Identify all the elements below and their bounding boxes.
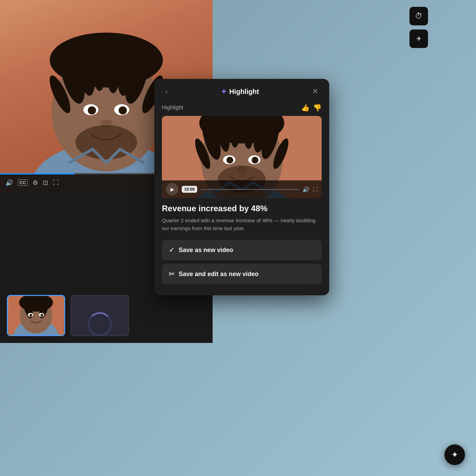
modal-video-preview: ▶ 10:00 🔊 ⛶ [162, 116, 322, 198]
sparkle-fab-button[interactable]: ✦ [444, 444, 465, 465]
send-icon: ✈ [416, 35, 421, 43]
save-edit-btn-label: Save and edit as new video [179, 271, 259, 278]
modal-title-container: ✦ Highlight [221, 87, 259, 96]
settings-control-icon[interactable]: ⚙ [33, 179, 38, 187]
right-toolbar: ⏱ ✈ [409, 7, 428, 48]
play-button[interactable]: ▶ [166, 183, 178, 195]
close-button[interactable]: ✕ [309, 86, 321, 97]
volume-control-icon[interactable]: 🔊 [5, 179, 13, 187]
save-as-new-video-button[interactable]: ✓ Save as new video [162, 240, 322, 260]
thumbdown-button[interactable]: 👎 [313, 104, 322, 112]
feedback-buttons: 👍 👎 [301, 104, 322, 112]
modal-title: Highlight [229, 88, 259, 96]
save-btn-label: Save as new video [179, 247, 233, 254]
sparkle-title-icon: ✦ [221, 87, 227, 96]
back-button[interactable]: ‹ [163, 86, 170, 97]
scissors-icon: ✂ [169, 270, 175, 278]
timeline-thumbnails [7, 295, 129, 336]
thumbnail-2[interactable] [71, 295, 129, 336]
thumb-person-svg [8, 296, 64, 335]
svg-point-14 [88, 106, 96, 115]
revenue-description: Quarter 2 ended with a revenue increase … [162, 217, 322, 232]
revenue-title: Revenue increased by 48% [162, 204, 322, 213]
thumbup-button[interactable]: 👍 [301, 104, 310, 112]
save-and-edit-button[interactable]: ✂ Save and edit as new video [162, 264, 322, 284]
captions-control-icon[interactable]: CC [18, 179, 28, 186]
highlight-label-row: Highlight 👍 👎 [162, 104, 322, 112]
history-icon-btn[interactable]: ⏱ [409, 7, 428, 25]
modal-volume-icon[interactable]: 🔊 [302, 186, 309, 193]
timestamp-badge: 10:00 [182, 186, 197, 193]
fullscreen-control-icon[interactable]: ⛶ [53, 179, 59, 186]
loading-indicator [88, 312, 112, 336]
highlight-section-label: Highlight [162, 105, 183, 111]
modal-video-controls: ▶ 10:00 🔊 ⛶ [162, 180, 322, 198]
modal-body: Highlight 👍 👎 [154, 104, 329, 295]
modal-header: ‹ ✦ Highlight ✕ [154, 79, 329, 104]
thumbnail-1[interactable] [7, 295, 65, 336]
progress-fill [0, 173, 74, 175]
svg-point-6 [92, 36, 107, 91]
highlight-modal: ‹ ✦ Highlight ✕ Highlight 👍 👎 [154, 79, 329, 295]
modal-fullscreen-icon[interactable]: ⛶ [313, 187, 318, 192]
checkmark-icon: ✓ [169, 246, 175, 254]
svg-point-28 [40, 314, 43, 317]
clock-icon: ⏱ [415, 12, 423, 21]
svg-point-27 [29, 314, 32, 317]
svg-point-15 [119, 106, 127, 115]
share-icon-btn[interactable]: ✈ [409, 29, 428, 48]
svg-point-44 [226, 157, 233, 164]
video-progress-bar[interactable] [201, 189, 299, 190]
svg-point-45 [252, 157, 259, 164]
pip-control-icon[interactable]: ⊡ [43, 179, 48, 187]
fab-sparkle-icon: ✦ [451, 450, 458, 460]
